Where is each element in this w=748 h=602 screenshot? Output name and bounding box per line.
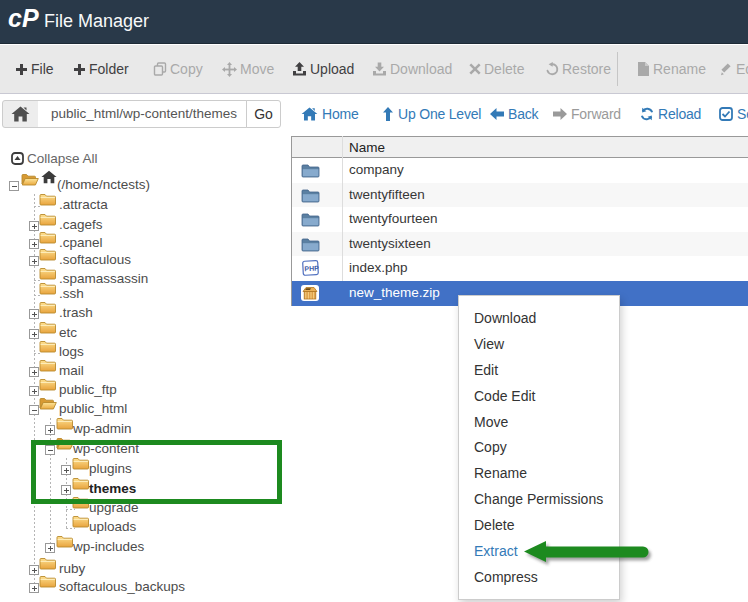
svg-text:cP: cP: [8, 6, 39, 30]
svg-text:PHP: PHP: [304, 265, 319, 273]
